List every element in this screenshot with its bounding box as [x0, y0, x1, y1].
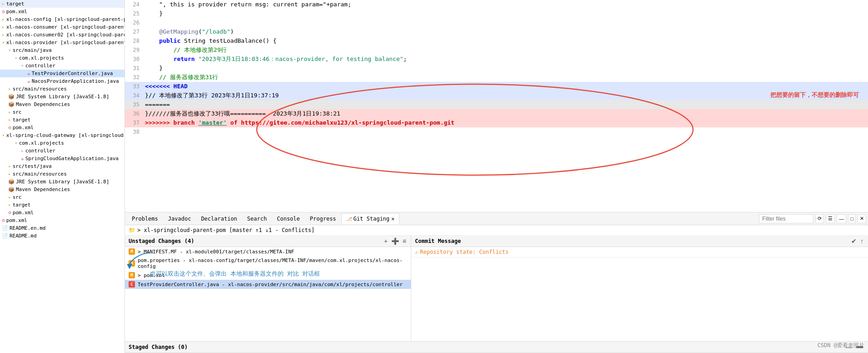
line-content: <<<<<<< HEAD — [143, 82, 868, 91]
sidebar-item-NacosProviderApplication[interactable]: ☕NacosProviderApplication.java — [0, 77, 125, 85]
file-status-2: M — [129, 272, 135, 278]
code-editor[interactable]: 24 ", this is provider return msg: curre… — [125, 0, 868, 212]
tab-label: Git Staging — [354, 216, 389, 222]
sidebar-item-controller2[interactable]: ▸controller — [0, 147, 125, 155]
sidebar-item-target2[interactable]: ▸target — [0, 116, 125, 124]
unstaged-menu-btn[interactable]: ≡ — [402, 237, 407, 245]
line-content: >>>>>>> branch 'master' of https://gitee… — [143, 118, 868, 127]
git-icon: ⎇ — [346, 216, 352, 222]
sidebar-item-xl-nacos-provider[interactable]: ▾xl-nacos-provider [xl-springcloud-paren… — [0, 39, 125, 46]
code-line-35: 35======= — [125, 100, 868, 109]
line-number: 29 — [125, 45, 143, 55]
unstaged-file-item-1[interactable]: Mpom.properties - xl-nacos-config/target… — [125, 256, 411, 271]
commit-header: Commit Message ✔ ↑ — [411, 236, 868, 247]
close-btn[interactable]: ✕ — [858, 214, 866, 223]
code-line-32: 32 // 服务器修改第31行 — [125, 73, 868, 82]
tab-label: Declaration — [201, 216, 237, 222]
commit-action-2[interactable]: ↑ — [859, 237, 864, 245]
code-line-25: 25 } — [125, 9, 868, 18]
file-path-2: > pom.xml — [138, 272, 165, 278]
unstaged-file-item-0[interactable]: M> MANIFEST.MF - xl-module001/target/cla… — [125, 247, 411, 256]
sidebar-item-xl-nacos-cunsumer02[interactable]: ▸xl-nacos-cunsumer02 [xl-springcloud-par… — [0, 31, 125, 39]
file-status-1: M — [129, 260, 135, 267]
sidebar-item-maven-deps[interactable]: 📦Maven Dependencies — [0, 101, 125, 108]
right-annotation: 把想要的留下，不想要的删除即可 — [770, 91, 859, 99]
sidebar-item-xl-nacos-config[interactable]: ▸xl-nacos-config [xl-springcloud-parent-… — [0, 15, 125, 23]
commit-action-1[interactable]: ✔ — [850, 237, 858, 245]
sidebar-item-src3[interactable]: ▸src — [0, 193, 125, 201]
code-line-36: 36}//////服务器也修改了33行哦========== 2023年3月1日… — [125, 109, 868, 118]
sidebar-item-jre-lib[interactable]: 📦JRE System Library [JavaSE-1.8] — [0, 93, 125, 101]
breadcrumb-text: > xl-springcloud-parent-pom [master ↑1 ↓… — [137, 227, 314, 233]
sidebar-item-src2[interactable]: ▸src — [0, 108, 125, 116]
tab-label: Progress — [310, 216, 336, 222]
code-line-28: 28 public String testLoadBalance() { — [125, 36, 868, 45]
watermark: CSDN @爱看老照片 — [818, 342, 864, 349]
sidebar: ▸target⚙pom.xml▸xl-nacos-config [xl-spri… — [0, 0, 125, 353]
tab-close[interactable]: ✕ — [391, 216, 394, 222]
sidebar-item-target[interactable]: ▸target — [0, 0, 125, 8]
sidebar-item-src-main-resources[interactable]: ▸src/main/resources — [0, 85, 125, 93]
staged-title: Staged Changes (0) — [129, 344, 188, 350]
tab-javadoc[interactable]: Javadoc — [163, 213, 196, 224]
tab-console[interactable]: Console — [272, 213, 305, 224]
sidebar-item-pom-xml2[interactable]: ⚙pom.xml — [0, 124, 125, 131]
unstaged-add-selected-btn[interactable]: ➕ — [390, 237, 400, 245]
filter-input[interactable] — [759, 214, 813, 223]
code-line-30: 30 return "2023年3月1日18:03:46：nacos-provi… — [125, 55, 868, 64]
tab-git-staging[interactable]: ⎇Git Staging✕ — [341, 213, 400, 224]
tab-problems[interactable]: Problems — [127, 213, 163, 224]
sidebar-item-jre-lib2[interactable]: 📦JRE System Library [JavaSE-1.8] — [0, 178, 125, 186]
sidebar-item-com-xl-projects[interactable]: ▾com.xl.projects — [0, 54, 125, 62]
line-number: 25 — [125, 9, 143, 18]
tab-declaration[interactable]: Declaration — [196, 213, 242, 224]
file-status-3: C — [129, 281, 135, 287]
commit-textarea[interactable] — [411, 257, 868, 339]
line-content: } — [143, 9, 868, 18]
staged-header: Staged Changes (0) — ➖ — [125, 342, 868, 353]
commit-actions: ✔ ↑ — [850, 237, 864, 245]
line-content: }//////服务器也修改了33行哦========== 2023年3月1日19… — [143, 109, 868, 118]
line-number: 30 — [125, 55, 143, 64]
filter-icon-btn-1[interactable]: ⟳ — [815, 214, 824, 223]
line-content: // 本地修改第29行 — [143, 45, 868, 55]
sidebar-item-pom-xml3[interactable]: ⚙pom.xml — [0, 209, 125, 217]
unstaged-file-item-3[interactable]: CTestProviderController.java - xl-nacos-… — [125, 280, 411, 289]
sidebar-item-src-main-java[interactable]: ▾src/main/java — [0, 46, 125, 54]
unstaged-file-item-2[interactable]: M> pom.xml — [125, 271, 411, 280]
sidebar-item-readme-md[interactable]: 📄README.md — [0, 232, 125, 240]
sidebar-item-com-xl-projects2[interactable]: ▾com.xl.projects — [0, 139, 125, 147]
filter-icon-btn-2[interactable]: ☰ — [826, 214, 835, 223]
sidebar-item-src-test-java[interactable]: ▸src/test/java — [0, 162, 125, 170]
line-number: 27 — [125, 27, 143, 36]
line-number: 26 — [125, 18, 143, 27]
line-number: 36 — [125, 109, 143, 118]
line-number: 28 — [125, 36, 143, 45]
maximize-btn[interactable]: □ — [848, 214, 856, 223]
sidebar-item-TestProviderController[interactable]: ☕TestProviderController.java — [0, 70, 125, 77]
sidebar-item-controller[interactable]: ▾controller — [0, 62, 125, 70]
code-line-37: 37>>>>>>> branch 'master' of https://git… — [125, 118, 868, 127]
unstaged-file-list: M> MANIFEST.MF - xl-module001/target/cla… — [125, 247, 411, 341]
sidebar-item-SpringCloudGateApplication[interactable]: ☕SpringCloudGateApplication.java — [0, 155, 125, 162]
sidebar-item-maven-deps2[interactable]: 📦Maven Dependencies — [0, 186, 125, 193]
line-content: @GetMapping("/loadb") — [143, 27, 868, 36]
sidebar-item-src-main-resources2[interactable]: ▸src/main/resources — [0, 170, 125, 178]
file-status-0: M — [129, 248, 135, 255]
code-line-24: 24 ", this is provider return msg: curre… — [125, 0, 868, 9]
line-number: 34 — [125, 91, 143, 100]
git-breadcrumb: 📁 > xl-springcloud-parent-pom [master ↑1… — [125, 225, 868, 236]
line-number: 31 — [125, 64, 143, 73]
sidebar-item-xl-spring-cloud-gateway[interactable]: ▾xl-spring-cloud-gateway [xl-springcloud… — [0, 131, 125, 139]
sidebar-item-pom-xml[interactable]: ⚙pom.xml — [0, 8, 125, 15]
tab-search[interactable]: Search — [242, 213, 272, 224]
sidebar-item-readme-en[interactable]: 📄README.en.md — [0, 224, 125, 232]
tab-progress[interactable]: Progress — [305, 213, 341, 224]
minimize-btn[interactable]: — — [837, 214, 846, 223]
sidebar-item-target3[interactable]: ▸target — [0, 201, 125, 209]
code-line-33: 33<<<<<<< HEAD — [125, 82, 868, 91]
content-area: ▸target⚙pom.xml▸xl-nacos-config [xl-spri… — [0, 0, 868, 353]
sidebar-item-xl-nacos-consumer[interactable]: ▸xl-nacos-consumer [xl-springcloud-paren… — [0, 23, 125, 31]
unstaged-add-btn[interactable]: + — [383, 237, 389, 245]
sidebar-item-pom-xml4[interactable]: ⚙pom.xml — [0, 217, 125, 224]
